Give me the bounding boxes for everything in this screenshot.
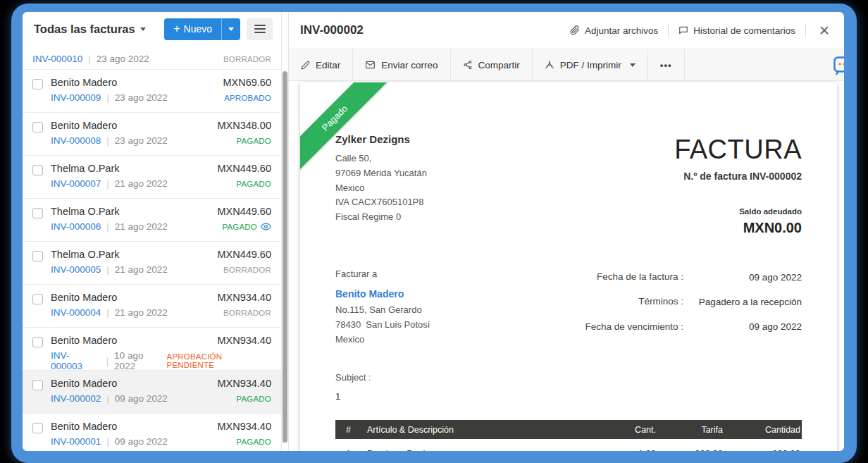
status-label: BORRADOR — [223, 266, 271, 274]
invoice-number-link[interactable]: INV-000010 — [32, 54, 82, 64]
invoice-list-item[interactable]: Benito MaderoMXN69.60INV-000009|23 ago 2… — [23, 70, 281, 113]
invoice-list-item[interactable]: Benito MaderoMXN934.40INV-000003|10 ago … — [23, 328, 281, 371]
invoice-amount: MXN449.60 — [217, 163, 271, 174]
status-badge: PAGADO — [236, 137, 271, 145]
status-badge: PAGADO — [222, 223, 271, 231]
invoice-number-link[interactable]: INV-000002 — [51, 393, 101, 404]
invoice-number-link[interactable]: INV-000008 — [51, 135, 101, 146]
invoice-amount: MXN348.00 — [217, 120, 271, 131]
attach-files-button[interactable]: Adjuntar archivos — [570, 25, 658, 36]
new-invoice-dropdown-button[interactable] — [221, 18, 240, 40]
customer-name: Thelma O.Park — [51, 206, 120, 217]
subject-label: Subject : — [335, 372, 430, 383]
field-value: Pagadero a la recepción — [683, 297, 802, 307]
invoice-list-item[interactable]: Benito MaderoMXN934.40INV-000004|21 ago … — [23, 285, 281, 328]
paid-ribbon: Pagado — [300, 82, 390, 173]
item-number: 1 — [335, 448, 367, 451]
send-email-button[interactable]: Enviar correo — [353, 49, 450, 80]
row-checkbox[interactable] — [32, 294, 43, 304]
row-checkbox[interactable] — [32, 79, 43, 89]
invoice-doc-title: FACTURA — [674, 135, 802, 165]
invoice-date: 10 ago 2022 — [114, 350, 166, 371]
invoice-row-content: Benito MaderoMXN69.60INV-000009|23 ago 2… — [51, 77, 271, 112]
balance-due-value: MXN0.00 — [674, 220, 802, 236]
invoice-row-content: Benito MaderoMXN934.40INV-000001|09 ago … — [51, 421, 271, 451]
row-checkbox[interactable] — [32, 165, 43, 175]
invoice-field-row: Términos :Pagadero a la recepción — [569, 295, 802, 309]
invoice-list-item[interactable]: Benito MaderoMXN934.40INV-000002|09 ago … — [23, 371, 281, 414]
edit-button[interactable]: Editar — [289, 49, 353, 80]
separator: | — [88, 54, 90, 64]
bill-to-label: Facturar a — [335, 268, 430, 279]
customer-name-link[interactable]: Benito Madero — [335, 288, 430, 300]
status-badge: APROBADO — [224, 94, 271, 102]
row-checkbox[interactable] — [32, 251, 43, 261]
pdf-print-button[interactable]: PDF / Imprimir — [533, 49, 648, 80]
invoice-row-content: Benito MaderoMXN348.00INV-000008|23 ago … — [51, 120, 271, 155]
list-title-label: Todas las facturas — [34, 23, 135, 36]
customer-name: Benito Madero — [51, 120, 117, 131]
invoice-date: 09 ago 2022 — [115, 393, 168, 404]
table-header-cell: Tarifa — [656, 425, 723, 435]
customer-address-line: 78430 San Luis Potosí — [335, 318, 430, 333]
detail-title: INV-000002 — [300, 23, 364, 37]
invoice-number-link[interactable]: INV-000001 — [51, 436, 101, 447]
invoice-number-link[interactable]: INV-000003 — [51, 350, 101, 371]
list-title-dropdown[interactable]: Todas las facturas — [34, 23, 146, 36]
invoice-number-link[interactable]: INV-000009 — [51, 92, 101, 103]
row-checkbox[interactable] — [32, 122, 43, 132]
invoice-amount: MXN934.40 — [217, 292, 271, 303]
close-icon[interactable]: ✕ — [816, 23, 833, 39]
field-value: 09 ago 2022 — [683, 321, 802, 332]
invoice-date: 23 ago 2022 — [115, 135, 168, 146]
row-checkbox[interactable] — [32, 208, 43, 218]
share-button[interactable]: Compartir — [451, 49, 533, 80]
invoice-row-content: Thelma O.ParkMXN449.60INV-000005|21 ago … — [51, 249, 271, 284]
status-badge: BORRADOR — [223, 266, 271, 274]
invoice-list-item[interactable]: Benito MaderoMXN348.00INV-000008|23 ago … — [23, 113, 281, 156]
invoice-list-item[interactable]: Thelma O.ParkMXN449.60INV-000005|21 ago … — [23, 242, 281, 285]
row-checkbox[interactable] — [32, 423, 43, 433]
status-badge: BORRADOR — [223, 309, 271, 317]
row-checkbox[interactable] — [32, 337, 43, 347]
panel-gap — [282, 12, 288, 451]
invoice-amount: MXN934.40 — [217, 335, 271, 346]
invoice-row-content: Benito MaderoMXN934.40INV-000003|10 ago … — [51, 335, 271, 370]
eye-icon[interactable] — [261, 223, 271, 230]
invoice-number-link[interactable]: INV-000005 — [51, 264, 101, 275]
status-label: PAGADO — [236, 137, 271, 145]
invoice-field-row: Fecha de la factura :09 ago 2022 — [569, 270, 802, 284]
more-actions-button[interactable]: ••• — [648, 49, 685, 80]
item-amount: 300.00 — [723, 448, 802, 451]
divider — [805, 23, 806, 37]
separator: | — [106, 135, 108, 146]
invoice-number-link[interactable]: INV-000006 — [51, 221, 101, 232]
invoice-number-link[interactable]: INV-000004 — [51, 307, 101, 318]
invoice-number-link[interactable]: INV-000007 — [51, 178, 101, 189]
invoice-fields: Fecha de la factura :09 ago 2022Términos… — [569, 270, 802, 402]
help-chat-icon[interactable] — [833, 56, 844, 78]
row-checkbox[interactable] — [32, 380, 43, 390]
invoice-amount: MXN69.60 — [223, 77, 271, 88]
separator: | — [106, 221, 108, 232]
customer-address-line: Mexico — [335, 333, 430, 347]
invoice-list-item[interactable]: Benito MaderoMXN934.40INV-000001|09 ago … — [23, 414, 281, 451]
subject-value: 1 — [335, 391, 430, 402]
invoice-list-item[interactable]: Thelma O.ParkMXN449.60INV-000007|21 ago … — [23, 156, 281, 199]
app-window: Todas las facturas + Nuevo INV — [23, 12, 844, 451]
chevron-down-icon — [228, 27, 234, 31]
new-invoice-button[interactable]: + Nuevo — [164, 18, 240, 40]
table-row: 1Brochure DesignBrochure design single s… — [335, 439, 802, 451]
invoice-list-item[interactable]: INV-000010|23 ago 2022BORRADOR — [23, 46, 281, 70]
comment-history-button[interactable]: Historial de comentarios — [678, 25, 795, 36]
list-scrollbar[interactable] — [283, 71, 287, 443]
invoice-list-item[interactable]: Thelma O.ParkMXN449.60INV-000006|21 ago … — [23, 199, 281, 242]
list-options-button[interactable] — [247, 18, 273, 40]
field-value: 09 ago 2022 — [683, 272, 802, 283]
table-header-cell: Cant. — [589, 425, 656, 435]
bill-to-block: Facturar a Benito Madero No.115, San Ger… — [335, 268, 430, 402]
status-label: PAGADO — [236, 395, 271, 403]
invoice-date: 23 ago 2022 — [97, 54, 149, 64]
table-header-cell: Cantidad — [723, 425, 802, 435]
separator: | — [106, 264, 108, 275]
